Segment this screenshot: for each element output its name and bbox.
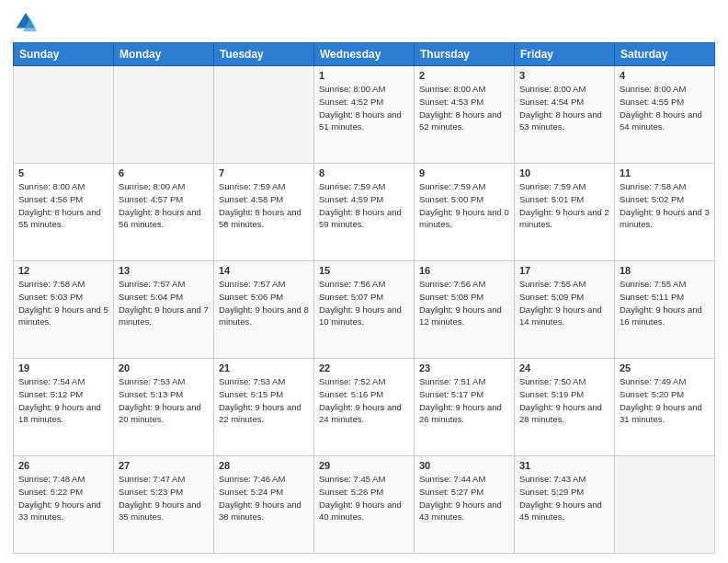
day-number: 30: [419, 460, 509, 471]
calendar-cell: 11Sunrise: 7:58 AM Sunset: 5:02 PM Dayli…: [615, 164, 715, 261]
day-number: 8: [319, 167, 409, 178]
calendar-cell: 6Sunrise: 8:00 AM Sunset: 4:57 PM Daylig…: [114, 164, 214, 261]
day-info: Sunrise: 7:50 AM Sunset: 5:19 PM Dayligh…: [519, 375, 609, 426]
calendar-cell: 4Sunrise: 8:00 AM Sunset: 4:55 PM Daylig…: [615, 66, 715, 164]
calendar-cell: 22Sunrise: 7:52 AM Sunset: 5:16 PM Dayli…: [314, 359, 415, 456]
day-info: Sunrise: 7:55 AM Sunset: 5:09 PM Dayligh…: [519, 278, 609, 328]
day-number: 18: [620, 265, 710, 276]
day-number: 21: [219, 362, 309, 373]
calendar-cell: 3Sunrise: 8:00 AM Sunset: 4:54 PM Daylig…: [515, 66, 615, 164]
calendar-cell: 10Sunrise: 7:59 AM Sunset: 5:01 PM Dayli…: [515, 164, 615, 261]
day-info: Sunrise: 7:55 AM Sunset: 5:11 PM Dayligh…: [620, 278, 710, 328]
day-number: 15: [319, 265, 409, 276]
calendar-cell: 24Sunrise: 7:50 AM Sunset: 5:19 PM Dayli…: [515, 359, 615, 456]
weekday-header: Saturday: [615, 43, 715, 66]
day-info: Sunrise: 7:59 AM Sunset: 4:59 PM Dayligh…: [319, 180, 409, 231]
calendar-cell: 16Sunrise: 7:56 AM Sunset: 5:08 PM Dayli…: [415, 261, 515, 359]
weekday-header: Friday: [515, 43, 615, 66]
calendar-cell: 28Sunrise: 7:46 AM Sunset: 5:24 PM Dayli…: [214, 456, 314, 554]
day-info: Sunrise: 7:54 AM Sunset: 5:12 PM Dayligh…: [18, 375, 108, 426]
calendar-cell: 7Sunrise: 7:59 AM Sunset: 4:58 PM Daylig…: [214, 164, 314, 261]
calendar-cell: 21Sunrise: 7:53 AM Sunset: 5:15 PM Dayli…: [214, 359, 314, 456]
calendar-cell: [615, 456, 715, 554]
calendar-cell: [214, 66, 314, 164]
calendar-cell: 31Sunrise: 7:43 AM Sunset: 5:29 PM Dayli…: [515, 456, 615, 554]
day-info: Sunrise: 8:00 AM Sunset: 4:54 PM Dayligh…: [519, 83, 609, 133]
day-info: Sunrise: 7:47 AM Sunset: 5:23 PM Dayligh…: [119, 473, 209, 523]
weekday-header: Monday: [114, 43, 214, 66]
day-info: Sunrise: 7:59 AM Sunset: 5:01 PM Dayligh…: [519, 180, 609, 231]
day-number: 26: [18, 460, 108, 471]
day-info: Sunrise: 8:00 AM Sunset: 4:55 PM Dayligh…: [620, 83, 710, 133]
day-number: 28: [219, 460, 309, 471]
logo: [13, 9, 42, 35]
day-number: 31: [519, 460, 609, 471]
day-number: 16: [419, 265, 509, 276]
weekday-header: Sunday: [14, 43, 114, 66]
day-number: 10: [519, 167, 609, 178]
calendar-cell: 2Sunrise: 8:00 AM Sunset: 4:53 PM Daylig…: [415, 66, 515, 164]
day-number: 14: [219, 265, 309, 276]
calendar-week-row: 26Sunrise: 7:48 AM Sunset: 5:22 PM Dayli…: [14, 456, 715, 554]
calendar-week-row: 1Sunrise: 8:00 AM Sunset: 4:52 PM Daylig…: [14, 66, 715, 164]
day-info: Sunrise: 8:00 AM Sunset: 4:57 PM Dayligh…: [119, 180, 209, 231]
calendar-cell: 30Sunrise: 7:44 AM Sunset: 5:27 PM Dayli…: [415, 456, 515, 554]
calendar-header-row: SundayMondayTuesdayWednesdayThursdayFrid…: [14, 43, 715, 66]
day-info: Sunrise: 7:48 AM Sunset: 5:22 PM Dayligh…: [18, 473, 108, 523]
day-info: Sunrise: 7:56 AM Sunset: 5:08 PM Dayligh…: [419, 278, 509, 328]
calendar-cell: 13Sunrise: 7:57 AM Sunset: 5:04 PM Dayli…: [114, 261, 214, 359]
day-info: Sunrise: 7:52 AM Sunset: 5:16 PM Dayligh…: [319, 375, 409, 426]
weekday-header: Thursday: [415, 43, 515, 66]
calendar-cell: 23Sunrise: 7:51 AM Sunset: 5:17 PM Dayli…: [415, 359, 515, 456]
day-info: Sunrise: 7:58 AM Sunset: 5:03 PM Dayligh…: [18, 278, 108, 328]
day-info: Sunrise: 7:57 AM Sunset: 5:06 PM Dayligh…: [219, 278, 309, 328]
calendar-cell: 14Sunrise: 7:57 AM Sunset: 5:06 PM Dayli…: [214, 261, 314, 359]
day-number: 11: [620, 167, 710, 178]
calendar-cell: 29Sunrise: 7:45 AM Sunset: 5:26 PM Dayli…: [314, 456, 415, 554]
day-info: Sunrise: 7:46 AM Sunset: 5:24 PM Dayligh…: [219, 473, 309, 523]
header: [13, 9, 715, 35]
calendar-cell: 18Sunrise: 7:55 AM Sunset: 5:11 PM Dayli…: [615, 261, 715, 359]
day-info: Sunrise: 7:44 AM Sunset: 5:27 PM Dayligh…: [419, 473, 509, 523]
day-info: Sunrise: 7:56 AM Sunset: 5:07 PM Dayligh…: [319, 278, 409, 328]
calendar-cell: [14, 66, 114, 164]
day-info: Sunrise: 7:51 AM Sunset: 5:17 PM Dayligh…: [419, 375, 509, 426]
calendar-week-row: 19Sunrise: 7:54 AM Sunset: 5:12 PM Dayli…: [14, 359, 715, 456]
day-info: Sunrise: 7:53 AM Sunset: 5:13 PM Dayligh…: [119, 375, 209, 426]
day-info: Sunrise: 8:00 AM Sunset: 4:53 PM Dayligh…: [419, 83, 509, 133]
day-number: 5: [18, 167, 108, 178]
day-number: 25: [620, 362, 710, 373]
day-number: 19: [18, 362, 108, 373]
day-number: 7: [219, 167, 309, 178]
day-info: Sunrise: 7:49 AM Sunset: 5:20 PM Dayligh…: [620, 375, 710, 426]
day-info: Sunrise: 7:59 AM Sunset: 4:58 PM Dayligh…: [219, 180, 309, 231]
calendar-cell: 17Sunrise: 7:55 AM Sunset: 5:09 PM Dayli…: [515, 261, 615, 359]
day-number: 20: [119, 362, 209, 373]
day-number: 6: [119, 167, 209, 178]
calendar-cell: 12Sunrise: 7:58 AM Sunset: 5:03 PM Dayli…: [14, 261, 114, 359]
day-number: 3: [519, 70, 609, 81]
day-number: 24: [519, 362, 609, 373]
day-number: 9: [419, 167, 509, 178]
calendar-cell: [114, 66, 214, 164]
day-info: Sunrise: 7:53 AM Sunset: 5:15 PM Dayligh…: [219, 375, 309, 426]
day-number: 29: [319, 460, 409, 471]
day-number: 2: [419, 70, 509, 81]
calendar-cell: 9Sunrise: 7:59 AM Sunset: 5:00 PM Daylig…: [415, 164, 515, 261]
day-info: Sunrise: 8:00 AM Sunset: 4:56 PM Dayligh…: [18, 180, 108, 231]
day-number: 27: [119, 460, 209, 471]
day-info: Sunrise: 8:00 AM Sunset: 4:52 PM Dayligh…: [319, 83, 409, 133]
page: SundayMondayTuesdayWednesdayThursdayFrid…: [0, 0, 728, 563]
calendar-cell: 15Sunrise: 7:56 AM Sunset: 5:07 PM Dayli…: [314, 261, 415, 359]
day-number: 23: [419, 362, 509, 373]
day-number: 1: [319, 70, 409, 81]
calendar-cell: 8Sunrise: 7:59 AM Sunset: 4:59 PM Daylig…: [314, 164, 415, 261]
day-info: Sunrise: 7:58 AM Sunset: 5:02 PM Dayligh…: [620, 180, 710, 231]
calendar-table: SundayMondayTuesdayWednesdayThursdayFrid…: [13, 42, 715, 554]
day-info: Sunrise: 7:57 AM Sunset: 5:04 PM Dayligh…: [119, 278, 209, 328]
day-number: 4: [620, 70, 710, 81]
day-number: 22: [319, 362, 409, 373]
day-number: 17: [519, 265, 609, 276]
day-info: Sunrise: 7:59 AM Sunset: 5:00 PM Dayligh…: [419, 180, 509, 231]
calendar-cell: 25Sunrise: 7:49 AM Sunset: 5:20 PM Dayli…: [615, 359, 715, 456]
